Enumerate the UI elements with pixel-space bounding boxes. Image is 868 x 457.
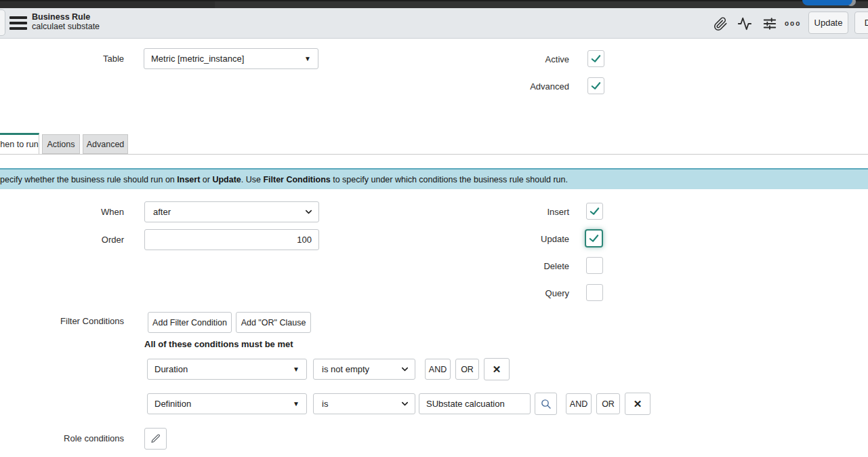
condition-field-select[interactable]: Definition ▼ — [147, 393, 307, 414]
condition-field-value: Duration — [154, 364, 188, 374]
table-label: Table — [27, 54, 124, 64]
and-button[interactable]: AND — [425, 359, 451, 380]
top-bar — [0, 0, 868, 8]
when-label: When — [27, 207, 124, 217]
tab-when-to-run[interactable]: hen to run — [0, 133, 39, 154]
or-button[interactable]: OR — [596, 393, 620, 414]
paperclip-icon — [714, 17, 728, 31]
delete-button[interactable]: De — [854, 12, 868, 34]
active-checkbox[interactable] — [587, 50, 604, 67]
condition-operator-value: is not empty — [322, 364, 369, 374]
more-options-button[interactable]: ooo — [785, 20, 801, 27]
activity-stream-button[interactable] — [736, 16, 753, 32]
condition-field-select[interactable]: Duration ▼ — [147, 359, 307, 380]
condition-value-input[interactable] — [419, 393, 531, 414]
table-select[interactable]: Metric [metric_instance] ▼ — [144, 48, 318, 69]
search-icon — [540, 398, 552, 410]
dropdown-arrow-icon: ▼ — [293, 400, 299, 408]
info-text-filter-conditions: Filter Conditions — [263, 175, 330, 184]
condition-field-value: Definition — [154, 399, 191, 409]
top-bar-segment — [215, 1, 868, 8]
and-button[interactable]: AND — [566, 393, 592, 414]
insert-checkbox[interactable] — [586, 203, 603, 220]
condition-operator-value: is — [322, 399, 328, 409]
check-icon — [590, 80, 602, 92]
pencil-icon — [150, 433, 161, 444]
add-or-clause-button[interactable]: Add "OR" Clause — [236, 312, 311, 333]
order-label: Order — [27, 235, 124, 245]
delete-label: Delete — [468, 261, 569, 271]
conditions-summary: All of these conditions must be met — [144, 339, 293, 349]
active-label: Active — [468, 54, 569, 64]
remove-condition-button[interactable]: ✕ — [484, 358, 510, 380]
personalize-form-button[interactable] — [761, 16, 779, 32]
role-conditions-label: Role conditions — [27, 433, 124, 443]
dropdown-arrow-icon: ▼ — [304, 55, 311, 62]
lookup-button[interactable] — [535, 393, 557, 415]
condition-operator-select[interactable]: is — [313, 393, 415, 414]
dropdown-arrow-icon: ▼ — [293, 365, 299, 373]
advanced-label: Advanced — [468, 81, 569, 92]
form-header: Business Rule calculaet substate ooo Upd… — [0, 8, 868, 39]
order-input[interactable] — [144, 229, 319, 250]
chevron-down-icon — [400, 399, 410, 409]
hamburger-icon — [9, 16, 27, 19]
advanced-checkbox[interactable] — [587, 77, 604, 94]
back-button[interactable] — [0, 9, 5, 36]
update-checkbox[interactable] — [585, 230, 602, 247]
edit-role-conditions-button[interactable] — [144, 428, 167, 450]
hamburger-menu-button[interactable] — [9, 16, 27, 31]
add-filter-condition-button[interactable]: Add Filter Condition — [148, 312, 232, 333]
check-icon — [588, 233, 600, 244]
info-message-bar: pecify whether the business rule should … — [0, 168, 868, 189]
query-label: Query — [468, 288, 569, 298]
update-label: Update — [468, 234, 569, 244]
chevron-down-icon — [400, 364, 410, 374]
check-icon — [590, 53, 602, 64]
condition-operator-select[interactable]: is not empty — [313, 359, 415, 380]
insert-label: Insert — [468, 207, 569, 217]
query-checkbox[interactable] — [586, 284, 603, 301]
info-text: pecify whether the business rule should … — [0, 175, 177, 184]
table-select-value: Metric [metric_instance] — [151, 54, 244, 64]
info-text-insert: Insert — [177, 175, 200, 184]
remove-condition-button[interactable]: ✕ — [625, 393, 650, 415]
or-button[interactable]: OR — [455, 359, 479, 380]
when-select[interactable]: after — [144, 201, 319, 222]
chevron-down-icon — [304, 207, 314, 217]
delete-checkbox[interactable] — [586, 257, 603, 274]
info-text-update: Update — [212, 175, 241, 184]
sliders-icon — [762, 16, 778, 31]
tab-divider — [0, 154, 868, 155]
top-right-pill-button[interactable] — [802, 0, 852, 5]
activity-icon — [737, 16, 753, 31]
filter-conditions-label: Filter Conditions — [27, 316, 124, 326]
when-select-value: after — [153, 207, 171, 217]
record-title: calculaet substate — [32, 22, 100, 31]
page-title: Business Rule — [32, 12, 90, 22]
tab-actions[interactable]: Actions — [42, 134, 80, 154]
tab-advanced[interactable]: Advanced — [83, 134, 128, 154]
check-icon — [589, 205, 600, 217]
update-button[interactable]: Update — [808, 12, 848, 34]
attachment-button[interactable] — [711, 16, 729, 32]
